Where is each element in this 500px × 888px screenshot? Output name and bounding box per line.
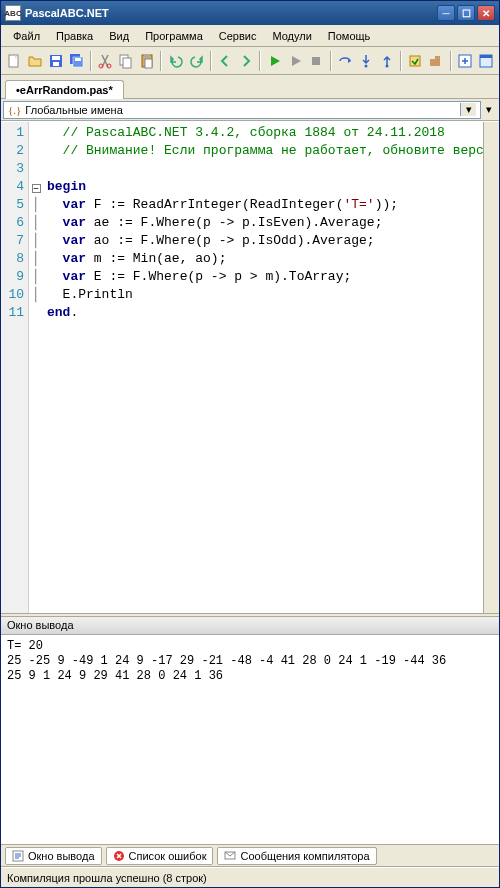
toolbar-separator <box>210 51 212 71</box>
scope-dropdown-button[interactable]: ▾ <box>481 103 497 116</box>
chevron-down-icon[interactable]: ▾ <box>460 103 476 116</box>
compile-button[interactable] <box>406 50 425 72</box>
toolbar-separator <box>400 51 402 71</box>
paste-button[interactable] <box>138 50 157 72</box>
minimize-button[interactable]: ─ <box>437 5 455 21</box>
output-icon <box>12 850 24 862</box>
vertical-scrollbar[interactable] <box>483 122 499 613</box>
form-designer-button[interactable] <box>476 50 495 72</box>
code-editor[interactable]: 1234567891011 −││││││ // PascalABC.NET 3… <box>1 121 499 613</box>
svg-rect-14 <box>312 57 320 65</box>
svg-rect-18 <box>430 59 435 66</box>
output-panel[interactable]: T= 20 25 -25 9 -49 1 24 9 -17 29 -21 -48… <box>1 635 499 845</box>
new-file-button[interactable] <box>5 50 24 72</box>
scope-combo[interactable]: {.} Глобальные имена ▾ <box>3 101 481 119</box>
navigate-back-button[interactable] <box>216 50 235 72</box>
titlebar: ABC PascalABC.NET ─ ☐ ✕ <box>1 1 499 25</box>
file-tab-active[interactable]: •eArrRandom.pas* <box>5 80 124 99</box>
messages-icon <box>224 850 236 862</box>
svg-rect-22 <box>480 55 492 58</box>
app-icon: ABC <box>5 5 21 21</box>
redo-button[interactable] <box>187 50 206 72</box>
toolbar-separator <box>330 51 332 71</box>
toolbar-separator <box>90 51 92 71</box>
toolbar-separator <box>160 51 162 71</box>
tab-compiler-messages[interactable]: Сообщения компилятора <box>217 847 376 865</box>
step-over-button[interactable] <box>336 50 355 72</box>
bottom-tabs: Окно вывода Список ошибок Сообщения комп… <box>1 845 499 867</box>
status-text: Компиляция прошла успешно (8 строк) <box>7 872 207 884</box>
new-project-button[interactable] <box>456 50 475 72</box>
svg-rect-12 <box>144 54 150 57</box>
file-tabs: •eArrRandom.pas* <box>1 75 499 99</box>
svg-point-15 <box>364 64 367 67</box>
status-bar: Компиляция прошла успешно (8 строк) <box>1 867 499 887</box>
svg-rect-10 <box>123 58 131 68</box>
close-button[interactable]: ✕ <box>477 5 495 21</box>
menu-view[interactable]: Вид <box>101 28 137 44</box>
error-list-icon <box>113 850 125 862</box>
copy-button[interactable] <box>117 50 136 72</box>
navigate-forward-button[interactable] <box>237 50 256 72</box>
menu-edit[interactable]: Правка <box>48 28 101 44</box>
svg-rect-19 <box>435 56 440 66</box>
svg-rect-6 <box>75 58 81 61</box>
menu-service[interactable]: Сервис <box>211 28 265 44</box>
toolbar-separator <box>259 51 261 71</box>
toolbar <box>1 47 499 75</box>
tab-errors-label: Список ошибок <box>129 850 207 862</box>
step-into-button[interactable] <box>356 50 375 72</box>
svg-point-16 <box>385 64 388 67</box>
line-gutter: 1234567891011 <box>1 122 29 613</box>
output-panel-title: Окно вывода <box>1 617 499 635</box>
save-button[interactable] <box>47 50 66 72</box>
tab-compiler-label: Сообщения компилятора <box>240 850 369 862</box>
build-button[interactable] <box>427 50 446 72</box>
svg-rect-2 <box>52 56 60 60</box>
menubar: Файл Правка Вид Программа Сервис Модули … <box>1 25 499 47</box>
maximize-button[interactable]: ☐ <box>457 5 475 21</box>
menu-help[interactable]: Помощь <box>320 28 379 44</box>
toolbar-separator <box>450 51 452 71</box>
menu-modules[interactable]: Модули <box>264 28 319 44</box>
undo-button[interactable] <box>166 50 185 72</box>
window-title: PascalABC.NET <box>25 7 437 19</box>
run-debug-button[interactable] <box>286 50 305 72</box>
svg-rect-13 <box>145 59 152 68</box>
code-area[interactable]: // PascalABC.NET 3.4.2, сборка 1884 от 2… <box>43 122 483 613</box>
tab-output[interactable]: Окно вывода <box>5 847 102 865</box>
tab-errors[interactable]: Список ошибок <box>106 847 214 865</box>
scope-icon: {.} <box>8 104 21 116</box>
tab-output-label: Окно вывода <box>28 850 95 862</box>
run-button[interactable] <box>265 50 284 72</box>
open-file-button[interactable] <box>26 50 45 72</box>
menu-program[interactable]: Программа <box>137 28 211 44</box>
stop-button[interactable] <box>307 50 326 72</box>
save-all-button[interactable] <box>67 50 86 72</box>
svg-rect-3 <box>53 62 59 66</box>
scope-text: Глобальные имена <box>25 104 460 116</box>
step-out-button[interactable] <box>377 50 396 72</box>
cut-button[interactable] <box>96 50 115 72</box>
scope-bar: {.} Глобальные имена ▾ ▾ <box>1 99 499 121</box>
menu-file[interactable]: Файл <box>5 28 48 44</box>
fold-gutter[interactable]: −││││││ <box>29 122 43 613</box>
